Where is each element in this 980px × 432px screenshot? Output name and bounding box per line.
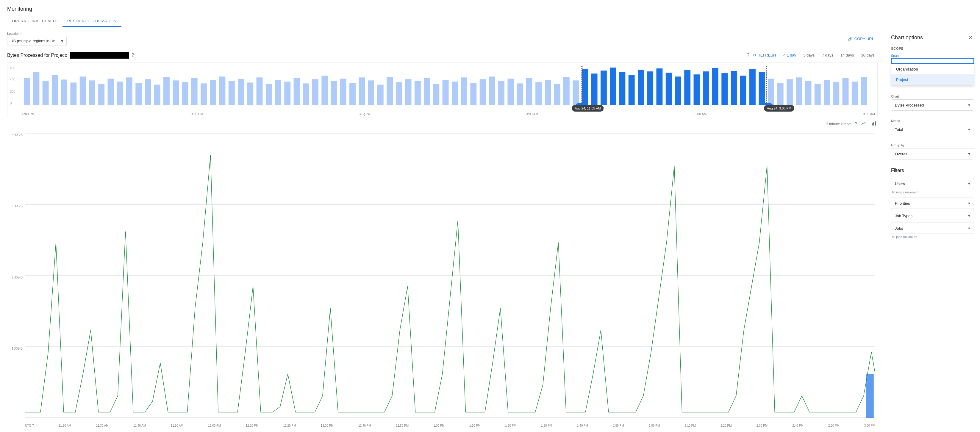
time-7days-button[interactable]: 7 days — [819, 52, 836, 59]
svg-rect-77 — [740, 76, 746, 105]
span-label: Span — [891, 54, 974, 57]
time-30days-button[interactable]: 30 days — [858, 52, 878, 59]
svg-rect-41 — [405, 79, 412, 105]
span-option-organization[interactable]: Organization — [891, 64, 974, 75]
svg-rect-12 — [135, 83, 142, 105]
svg-rect-24 — [247, 83, 253, 105]
svg-rect-3 — [52, 75, 58, 105]
svg-rect-96 — [873, 122, 874, 125]
location-chevron-icon: ▾ — [61, 38, 64, 44]
project-name-redacted — [70, 52, 129, 59]
chart-dropdown-section: Chart Bytes Processed ▾ — [885, 95, 980, 119]
svg-rect-49 — [480, 79, 486, 105]
svg-rect-97 — [875, 121, 876, 125]
chart-dropdown[interactable]: Bytes Processed ▾ — [891, 99, 974, 111]
section-help-icon[interactable]: ? — [747, 52, 749, 58]
users-chevron-icon: ▾ — [968, 181, 970, 186]
svg-rect-0 — [24, 78, 30, 105]
svg-rect-50 — [489, 76, 495, 105]
svg-rect-35 — [349, 83, 356, 105]
svg-rect-43 — [424, 78, 430, 105]
svg-rect-26 — [266, 84, 272, 105]
right-panel: Chart options ✕ Scope Span Organization … — [885, 27, 980, 432]
svg-rect-7 — [89, 80, 95, 105]
svg-rect-60 — [582, 69, 588, 105]
interval-row: 2 minute interval ? — [7, 120, 878, 128]
overview-chart[interactable]: 600 400 200 0 — [7, 62, 878, 117]
svg-rect-44 — [433, 84, 439, 105]
svg-rect-27 — [275, 80, 281, 105]
scope-title: Scope — [891, 47, 974, 50]
svg-rect-19 — [200, 83, 207, 105]
refresh-button[interactable]: ↻ REFRESH — [753, 53, 776, 57]
time-1day-button[interactable]: 1 day — [780, 52, 799, 59]
metric-dropdown[interactable]: Total ▾ — [891, 124, 974, 135]
svg-rect-83 — [796, 77, 802, 105]
svg-rect-23 — [238, 79, 244, 105]
span-dropdown-container: Span Organization Project — [891, 54, 974, 85]
svg-rect-52 — [508, 79, 514, 105]
chart-dropdown-label: Chart — [891, 95, 974, 98]
groupby-dropdown-label: Group by — [891, 143, 974, 147]
svg-rect-69 — [666, 73, 672, 105]
close-panel-button[interactable]: ✕ — [967, 33, 974, 42]
svg-rect-1 — [33, 72, 39, 105]
svg-rect-90 — [861, 77, 867, 105]
svg-rect-38 — [377, 84, 383, 105]
section-controls: ? ↻ REFRESH 1 day 3 days 7 days — [747, 52, 878, 59]
svg-rect-71 — [684, 70, 690, 105]
svg-rect-2 — [43, 81, 49, 105]
app-container: Monitoring OPERATIONAL HEALTH RESOURCE U… — [0, 0, 980, 432]
section-header: Bytes Processed for Project: ? ? ↻ REFRE… — [7, 52, 878, 59]
svg-rect-15 — [163, 77, 170, 105]
svg-rect-28 — [284, 81, 290, 105]
svg-rect-103 — [866, 374, 874, 418]
span-option-project[interactable]: Project — [891, 75, 974, 85]
svg-rect-32 — [321, 76, 328, 105]
span-options: Organization Project — [891, 64, 974, 85]
overview-y-labels: 600 400 200 0 — [10, 66, 15, 105]
time-options: 1 day 3 days 7 days 14 days 30 days — [780, 52, 878, 59]
chart-area: Location * US (multiple regions in Un...… — [0, 27, 885, 432]
svg-rect-66 — [638, 70, 644, 105]
svg-rect-88 — [843, 78, 849, 105]
panel-header: Chart options ✕ — [885, 27, 980, 47]
svg-rect-20 — [210, 80, 216, 105]
groupby-dropdown[interactable]: Overall ▾ — [891, 148, 974, 159]
svg-rect-78 — [749, 69, 756, 105]
svg-rect-13 — [145, 79, 151, 105]
line-chart-icon[interactable] — [860, 120, 867, 128]
svg-rect-86 — [824, 80, 830, 105]
svg-rect-79 — [759, 72, 765, 105]
time-14days-button[interactable]: 14 days — [837, 52, 857, 59]
svg-rect-36 — [359, 77, 365, 105]
metric-dropdown-section: Metric Total ▾ — [885, 119, 980, 143]
filter-jobtypes-dropdown[interactable]: Job Types ▾ — [891, 210, 974, 221]
metric-chevron-icon: ▾ — [968, 127, 970, 132]
svg-rect-51 — [498, 81, 504, 105]
svg-rect-46 — [452, 81, 458, 105]
tab-resource-utilization[interactable]: RESOURCE UTILIZATION — [62, 16, 121, 27]
tab-operational-health[interactable]: OPERATIONAL HEALTH — [7, 16, 62, 27]
copy-url-button[interactable]: 🔗 COPY URL — [844, 35, 878, 43]
filter-users-dropdown[interactable]: Users ▾ — [891, 178, 974, 189]
filter-jobs-dropdown[interactable]: Jobs ▾ — [891, 222, 974, 234]
time-3days-button[interactable]: 3 days — [800, 52, 818, 59]
svg-rect-17 — [182, 82, 188, 105]
filters-title: Filters — [891, 168, 974, 173]
svg-rect-76 — [731, 71, 737, 105]
svg-rect-29 — [294, 78, 300, 105]
bytes-help-icon[interactable]: ? — [132, 52, 134, 58]
svg-rect-8 — [98, 84, 105, 105]
svg-rect-48 — [470, 83, 476, 105]
span-input[interactable] — [891, 58, 974, 64]
filter-priorities-dropdown[interactable]: Priorities ▾ — [891, 197, 974, 209]
svg-rect-58 — [563, 77, 570, 105]
location-row: Location * US (multiple regions in Un...… — [7, 32, 878, 46]
svg-rect-47 — [461, 77, 467, 105]
bar-chart-icon[interactable] — [870, 120, 878, 128]
svg-rect-64 — [619, 72, 625, 105]
svg-rect-53 — [517, 83, 523, 105]
interval-help-icon[interactable]: ? — [855, 121, 858, 127]
location-select[interactable]: US (multiple regions in Un... ▾ — [7, 36, 67, 46]
